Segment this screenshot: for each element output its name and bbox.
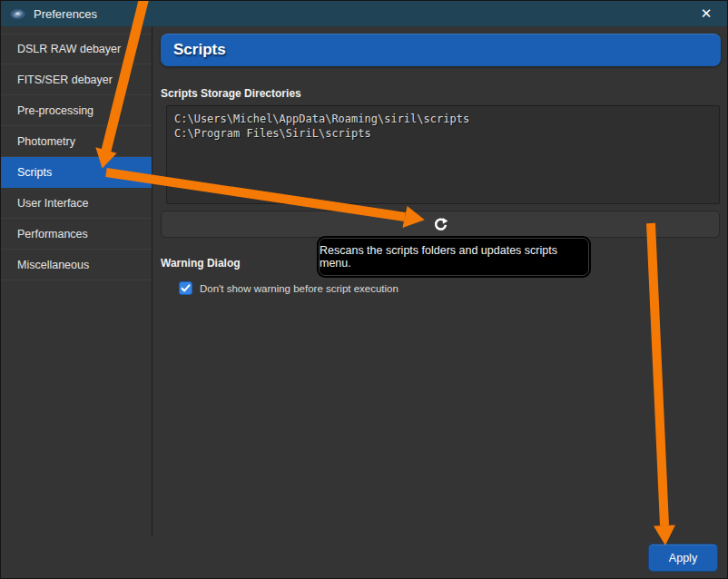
warning-checkbox-row[interactable]: Don't show warning before script executi… [179,281,721,295]
warning-checkbox[interactable] [179,281,192,295]
sidebar-item-fits-ser-debayer[interactable]: FITS/SER debayer [1,64,152,95]
apply-button-label: Apply [669,552,697,564]
tooltip-text: Rescans the scripts folders and updates … [320,244,588,270]
sidebar: DSLR RAW debayer FITS/SER debayer Pre-pr… [1,34,152,280]
galaxy-icon [10,6,25,22]
script-directories-list[interactable]: C:\Users\Michel\AppData\Roaming\siril\sc… [166,105,720,204]
sidebar-divider [152,26,152,536]
sidebar-item-performances[interactable]: Performances [1,219,152,250]
preferences-window: Preferences ✕ DSLR RAW debayer FITS/SER … [0,0,728,579]
dialog-body: DSLR RAW debayer FITS/SER debayer Pre-pr… [1,26,728,579]
directory-path: C:\Users\Michel\AppData\Roaming\siril\sc… [174,112,712,126]
rescan-scripts-button[interactable] [161,211,720,238]
window-title: Preferences [34,7,97,21]
sidebar-item-user-interface[interactable]: User Interface [1,188,152,219]
apply-button[interactable]: Apply [648,544,718,572]
tooltip: Rescans the scripts folders and updates … [319,238,589,276]
page-title: Scripts [173,41,226,59]
refresh-icon [433,217,448,232]
sidebar-item-photometry[interactable]: Photometry [1,126,152,157]
sidebar-item-miscellaneous[interactable]: Miscellaneous [1,250,152,280]
storage-directories-label: Scripts Storage Directories [161,87,721,100]
check-icon [181,283,191,293]
sidebar-item-dslr-raw-debayer[interactable]: DSLR RAW debayer [1,34,152,64]
directory-path: C:\Program Files\SiriL\scripts [174,126,712,141]
page-title-banner: Scripts [161,34,721,66]
sidebar-item-pre-processing[interactable]: Pre-processing [1,95,152,126]
titlebar: Preferences ✕ [1,1,727,26]
warning-checkbox-label: Don't show warning before script executi… [200,283,398,294]
close-button[interactable]: ✕ [694,4,718,24]
sidebar-item-scripts[interactable]: Scripts [1,157,152,188]
close-icon: ✕ [701,5,713,22]
